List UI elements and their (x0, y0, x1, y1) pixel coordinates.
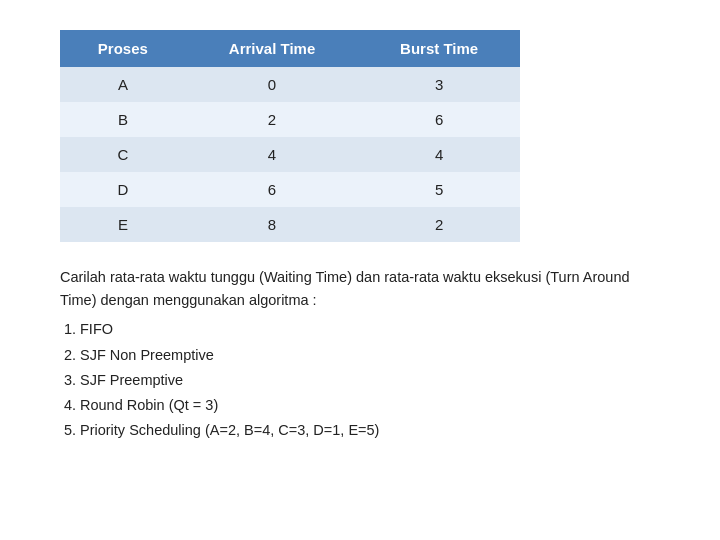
algorithm-list: FIFOSJF Non PreemptiveSJF PreemptiveRoun… (80, 318, 660, 442)
table-row: E82 (60, 207, 520, 242)
cell-row4-col0: E (60, 207, 186, 242)
algorithm-item-1: FIFO (80, 318, 660, 341)
cell-row2-col0: C (60, 137, 186, 172)
cell-row1-col1: 2 (186, 102, 358, 137)
table-row: B26 (60, 102, 520, 137)
description-intro: Carilah rata-rata waktu tunggu (Waiting … (60, 266, 660, 312)
cell-row4-col1: 8 (186, 207, 358, 242)
table-row: C44 (60, 137, 520, 172)
cell-row0-col2: 3 (358, 67, 520, 102)
cell-row0-col1: 0 (186, 67, 358, 102)
cell-row1-col2: 6 (358, 102, 520, 137)
cell-row1-col0: B (60, 102, 186, 137)
algorithm-item-3: SJF Preemptive (80, 369, 660, 392)
cell-row4-col2: 2 (358, 207, 520, 242)
algorithm-item-4: Round Robin (Qt = 3) (80, 394, 660, 417)
algorithm-item-5: Priority Scheduling (A=2, B=4, C=3, D=1,… (80, 419, 660, 442)
cell-row2-col2: 4 (358, 137, 520, 172)
main-container: Proses Arrival Time Burst Time A03B26C44… (60, 30, 660, 444)
cell-row3-col0: D (60, 172, 186, 207)
cell-row0-col0: A (60, 67, 186, 102)
cell-row3-col1: 6 (186, 172, 358, 207)
cell-row2-col1: 4 (186, 137, 358, 172)
process-table: Proses Arrival Time Burst Time A03B26C44… (60, 30, 520, 242)
header-burst-time: Burst Time (358, 30, 520, 67)
table-header-row: Proses Arrival Time Burst Time (60, 30, 520, 67)
algorithm-item-2: SJF Non Preemptive (80, 344, 660, 367)
table-row: A03 (60, 67, 520, 102)
description-section: Carilah rata-rata waktu tunggu (Waiting … (60, 266, 660, 442)
table-row: D65 (60, 172, 520, 207)
header-arrival-time: Arrival Time (186, 30, 358, 67)
cell-row3-col2: 5 (358, 172, 520, 207)
header-proses: Proses (60, 30, 186, 67)
